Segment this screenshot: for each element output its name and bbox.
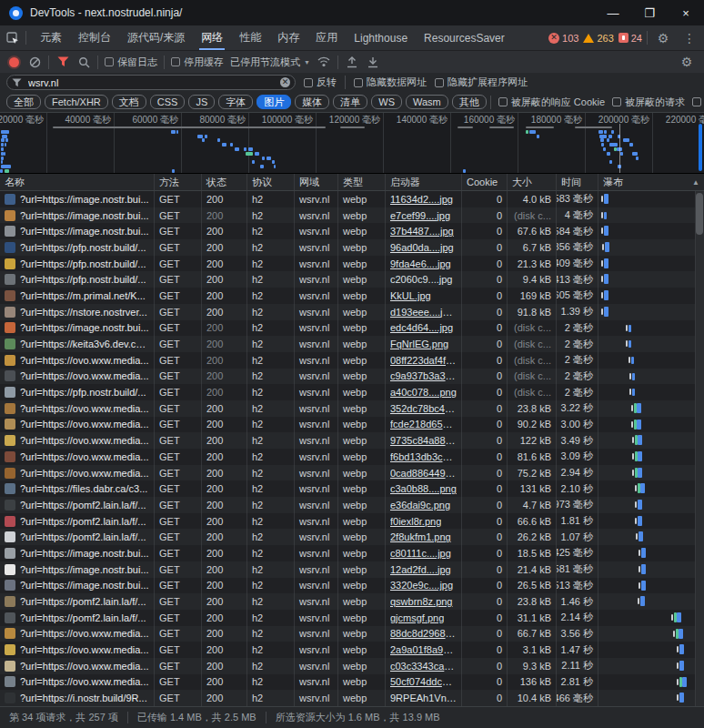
- column-header-协议[interactable]: 协议: [247, 174, 295, 190]
- network-request-row[interactable]: ?url=https://pfp.nostr.build/...GET200h2…: [0, 384, 704, 400]
- network-request-row[interactable]: ?url=https://pomf2.lain.la/f/...GET200h2…: [0, 610, 704, 626]
- request-initiator-link[interactable]: KkUL.jpg: [390, 290, 431, 301]
- network-request-row[interactable]: ?url=https://image.nostr.bui...GET200h2w…: [0, 223, 704, 239]
- tab-Lighthouse[interactable]: Lighthouse: [346, 25, 416, 50]
- request-initiator-link[interactable]: 08ff223daf4fea9: [390, 355, 457, 366]
- import-har-icon[interactable]: [345, 55, 359, 69]
- request-initiator-link[interactable]: 9fda4e6....jpg: [390, 258, 451, 269]
- settings-gear-icon[interactable]: ⚙: [652, 31, 674, 46]
- maximize-button[interactable]: ❐: [631, 0, 668, 25]
- request-initiator-link[interactable]: c9a937b3a3832d: [390, 370, 457, 381]
- request-initiator-link[interactable]: 50cf074ddc0ce9: [390, 676, 457, 687]
- request-initiator-link[interactable]: 37b4487....jpg: [390, 226, 454, 237]
- close-button[interactable]: ×: [668, 0, 704, 25]
- scrollbar-thumb[interactable]: [696, 193, 703, 235]
- chip-清单[interactable]: 清单: [333, 95, 367, 109]
- network-request-row[interactable]: ?url=https://ovo.wxw.media...GET200h2wsr…: [0, 642, 704, 658]
- request-initiator-link[interactable]: c80111c....jpg: [390, 548, 451, 559]
- chip-图片[interactable]: 图片: [256, 95, 291, 109]
- chip-CSS[interactable]: CSS: [150, 95, 186, 109]
- request-initiator-link[interactable]: 12ad2fd....jpg: [390, 564, 451, 575]
- request-initiator-link[interactable]: a40c078....png: [390, 387, 457, 398]
- chip-Wasm[interactable]: Wasm: [406, 95, 448, 109]
- filter-input[interactable]: [26, 76, 276, 89]
- search-icon[interactable]: [76, 55, 91, 69]
- tab-网络[interactable]: 网络: [193, 25, 231, 50]
- request-initiator-link[interactable]: c03c3343cab3ee: [390, 661, 457, 672]
- column-header-类型[interactable]: 类型: [338, 174, 386, 190]
- network-conditions-icon[interactable]: [317, 55, 331, 69]
- column-header-Cookie[interactable]: Cookie: [462, 174, 508, 190]
- tab-元素[interactable]: 元素: [32, 25, 70, 50]
- request-initiator-link[interactable]: edc4d64....jpg: [390, 322, 453, 333]
- clear-button[interactable]: [27, 55, 42, 69]
- errors-badge[interactable]: ✕ 103: [548, 33, 578, 44]
- network-request-row[interactable]: ?url=https://ovo.wxw.media...GET200h2wsr…: [0, 674, 704, 691]
- vertical-scrollbar[interactable]: [695, 191, 704, 706]
- request-initiator-link[interactable]: fcde218d6541c6: [390, 419, 457, 430]
- chip-字体[interactable]: 字体: [218, 95, 253, 109]
- export-har-icon[interactable]: [366, 55, 380, 69]
- network-request-row[interactable]: ?url=https://ovo.wxw.media...GET200h2wsr…: [0, 400, 704, 417]
- inspect-element-icon[interactable]: [5, 31, 20, 46]
- request-initiator-link[interactable]: FqNrlEG.png: [390, 339, 448, 349]
- column-header-状态[interactable]: 状态: [202, 174, 247, 190]
- chip-JS[interactable]: JS: [188, 95, 215, 109]
- network-request-row[interactable]: ?url=https://image.nostr.bui...GET200h2w…: [0, 561, 704, 578]
- network-request-row[interactable]: ?url=https://pfp.nostr.build/...GET200h2…: [0, 239, 704, 256]
- request-initiator-link[interactable]: e36dai9c.png: [390, 500, 450, 511]
- disable-cache-checkbox[interactable]: 停用缓存: [171, 56, 224, 69]
- column-header-网域[interactable]: 网域: [295, 174, 338, 190]
- throttling-dropdown[interactable]: 已停用节流模式 ▼: [230, 56, 310, 69]
- network-request-row[interactable]: ?url=https://pomf2.lain.la/f/...GET200h2…: [0, 529, 704, 545]
- network-request-row[interactable]: ?url=https://image.nostr.bui...GET200h2w…: [0, 578, 704, 594]
- network-request-row[interactable]: ?url=https://m.primal.net/K...GET200h2ws…: [0, 288, 704, 304]
- network-request-row[interactable]: ?url=https://nstore.nostrver...GET200h2w…: [0, 304, 704, 320]
- column-header-瀑布[interactable]: 瀑布▲: [598, 174, 704, 190]
- checkbox-第三方请求[interactable]: 第三方请求: [692, 96, 704, 109]
- preserve-log-checkbox[interactable]: 保留日志: [105, 56, 157, 69]
- request-initiator-link[interactable]: 352dc78bc4a11e: [390, 403, 457, 414]
- hide-data-urls-checkbox[interactable]: 隐藏数据网址: [354, 76, 427, 89]
- request-initiator-link[interactable]: f0iexl8r.png: [390, 516, 441, 527]
- request-initiator-link[interactable]: 9735c84a88ed48: [390, 435, 457, 446]
- tab-内存[interactable]: 内存: [269, 25, 307, 50]
- network-request-row[interactable]: ?url=https://files.dabr.ca/c3...GET200h2…: [0, 480, 704, 497]
- warnings-badge[interactable]: 263: [583, 33, 613, 44]
- request-initiator-link[interactable]: 88dc8d2968f02f: [390, 628, 457, 639]
- column-header-启动器[interactable]: 启动器: [386, 174, 462, 190]
- request-initiator-link[interactable]: qswbrn8z.png: [390, 596, 453, 607]
- request-initiator-link[interactable]: 2f8ukfm1.png: [390, 531, 451, 542]
- network-request-row[interactable]: ?url=https://ovo.wxw.media...GET200h2wsr…: [0, 449, 704, 465]
- request-initiator-link[interactable]: gjcmsgf.png: [390, 612, 444, 623]
- chip-媒体[interactable]: 媒体: [295, 95, 329, 109]
- checkbox-被屏蔽的请求[interactable]: 被屏蔽的请求: [612, 96, 685, 109]
- network-request-row[interactable]: ?url=https://image.nostr.bui...GET200h2w…: [0, 320, 704, 337]
- network-request-row[interactable]: ?url=https://ovo.wxw.media...GET200h2wsr…: [0, 465, 704, 481]
- invert-checkbox[interactable]: 反转: [304, 76, 337, 89]
- chip-文档[interactable]: 文档: [112, 95, 146, 109]
- checkbox-被屏蔽的响应 Cookie[interactable]: 被屏蔽的响应 Cookie: [498, 96, 605, 109]
- request-initiator-link[interactable]: d193eee....jpeg: [390, 307, 457, 318]
- network-request-row[interactable]: ?url=https://pomf2.lain.la/f/...GET200h2…: [0, 497, 704, 513]
- request-initiator-link[interactable]: 2a9a01f8a9eb2c: [390, 644, 457, 655]
- network-request-row[interactable]: ?url=https://ovo.wxw.media...GET200h2wsr…: [0, 417, 704, 433]
- network-request-row[interactable]: ?url=https://pomf2.lain.la/f/...GET200h2…: [0, 593, 704, 610]
- column-header-时间[interactable]: 时间: [557, 174, 598, 190]
- network-request-row[interactable]: ?url=https://ovo.wxw.media...GET200h2wsr…: [0, 352, 704, 369]
- clear-filter-icon[interactable]: ✕: [280, 77, 290, 87]
- chip-WS[interactable]: WS: [371, 95, 402, 109]
- tab-源代码/来源[interactable]: 源代码/来源: [119, 25, 193, 50]
- chip-Fetch/XHR[interactable]: Fetch/XHR: [45, 95, 108, 109]
- request-initiator-link[interactable]: c3a0b88....png: [390, 483, 457, 494]
- network-request-row[interactable]: ?url=https://ovo.wxw.media...GET200h2wsr…: [0, 432, 704, 449]
- network-settings-gear-icon[interactable]: ⚙: [676, 55, 698, 69]
- request-initiator-link[interactable]: 0cad8864491fc0: [390, 468, 457, 479]
- network-request-row[interactable]: ?url=https://image.nostr.bui...GET200h2w…: [0, 207, 704, 224]
- network-request-row[interactable]: ?url=https://ovo.wxw.media...GET200h2wsr…: [0, 658, 704, 674]
- column-header-方法[interactable]: 方法: [155, 174, 202, 190]
- request-initiator-link[interactable]: 3320e9c....jpg: [390, 580, 453, 591]
- filter-toggle-icon[interactable]: [55, 55, 70, 69]
- network-request-row[interactable]: ?url=https://keita3v6.dev.cd...GET200h2w…: [0, 336, 704, 352]
- network-request-row[interactable]: ?url=https://pfp.nostr.build/...GET200h2…: [0, 256, 704, 272]
